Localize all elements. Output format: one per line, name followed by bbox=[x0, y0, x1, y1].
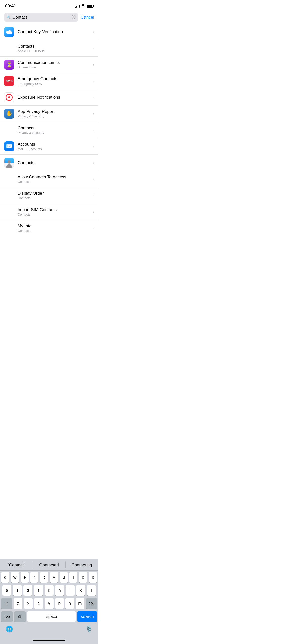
result-title: Contacts bbox=[18, 44, 89, 49]
chevron-right-icon: › bbox=[93, 226, 94, 230]
result-item-contact-key-verification[interactable]: Contact Key Verification › bbox=[0, 24, 98, 40]
clear-button[interactable]: ⓧ bbox=[72, 15, 76, 20]
status-bar: 09:41 bbox=[0, 0, 98, 11]
result-title: Communication Limits bbox=[18, 60, 89, 65]
result-title: My Info bbox=[18, 224, 89, 229]
contacts-app-icon bbox=[4, 158, 14, 168]
result-subtitle: Mail → Accounts bbox=[18, 147, 89, 151]
result-title: Emergency Contacts bbox=[18, 76, 89, 82]
result-subtitle: Privacy & Security bbox=[18, 131, 89, 135]
result-text: Display Order Contacts bbox=[18, 191, 89, 200]
chevron-right-icon: › bbox=[93, 46, 94, 50]
result-title: Allow Contacts To Access bbox=[18, 175, 89, 180]
result-title: Contact Key Verification bbox=[18, 29, 89, 34]
no-icon bbox=[4, 125, 14, 135]
result-title: App Privacy Report bbox=[18, 109, 89, 114]
result-title: Accounts bbox=[18, 142, 89, 147]
result-item-display-order[interactable]: Display Order Contacts › bbox=[0, 187, 98, 204]
result-text: App Privacy Report Privacy & Security bbox=[18, 109, 89, 118]
chevron-right-icon: › bbox=[93, 193, 94, 197]
result-item-accounts-mail[interactable]: ✉️ Accounts Mail → Accounts › bbox=[0, 138, 98, 155]
result-subtitle: Emergency SOS bbox=[18, 82, 89, 86]
result-title: Display Order bbox=[18, 191, 89, 196]
result-item-exposure-notifications[interactable]: Exposure Notifications › bbox=[0, 89, 98, 106]
result-title: Exposure Notifications bbox=[18, 95, 89, 100]
status-time: 09:41 bbox=[5, 4, 16, 9]
result-title: Contacts bbox=[18, 160, 89, 165]
icloud-icon bbox=[4, 27, 14, 37]
privacy-icon: ✋ bbox=[4, 109, 14, 119]
result-subtitle: Screen Time bbox=[18, 65, 89, 69]
chevron-right-icon: › bbox=[93, 79, 94, 83]
result-item-app-privacy-report[interactable]: ✋ App Privacy Report Privacy & Security … bbox=[0, 106, 98, 122]
status-icons bbox=[75, 4, 93, 8]
result-subtitle: Contacts bbox=[18, 196, 89, 200]
no-icon bbox=[4, 223, 14, 233]
search-bar[interactable]: 🔍 ⓧ bbox=[4, 13, 78, 22]
result-text: Allow Contacts To Access Contacts bbox=[18, 175, 89, 184]
chevron-right-icon: › bbox=[93, 30, 94, 34]
result-item-import-sim-contacts[interactable]: Import SIM Contacts Contacts › bbox=[0, 204, 98, 220]
result-text: Contacts bbox=[18, 160, 89, 165]
result-title: Contacts bbox=[18, 126, 89, 131]
search-icon: 🔍 bbox=[7, 15, 11, 19]
search-bar-container: 🔍 ⓧ Cancel bbox=[0, 11, 98, 24]
result-text: Contacts Apple ID → iCloud bbox=[18, 44, 89, 53]
result-text: Emergency Contacts Emergency SOS bbox=[18, 76, 89, 86]
result-text: Accounts Mail → Accounts bbox=[18, 142, 89, 151]
result-text: Contact Key Verification bbox=[18, 29, 89, 34]
no-icon bbox=[4, 43, 14, 53]
result-item-contacts-icloud[interactable]: Contacts Apple ID → iCloud › bbox=[0, 40, 98, 57]
result-item-contacts-privacy[interactable]: Contacts Privacy & Security › bbox=[0, 122, 98, 138]
result-text: Contacts Privacy & Security bbox=[18, 126, 89, 135]
chevron-right-icon: › bbox=[93, 210, 94, 214]
mail-icon: ✉️ bbox=[4, 141, 14, 151]
wifi-icon bbox=[81, 4, 85, 8]
sos-icon: SOS bbox=[4, 76, 14, 86]
chevron-right-icon: › bbox=[93, 63, 94, 67]
result-text: Exposure Notifications bbox=[18, 95, 89, 100]
result-item-my-info[interactable]: My Info Contacts › bbox=[0, 220, 98, 236]
results-list: Contact Key Verification › Contacts Appl… bbox=[0, 24, 98, 236]
screen-time-icon: ⏳ bbox=[4, 60, 14, 70]
battery-icon bbox=[87, 5, 93, 8]
no-icon bbox=[4, 174, 14, 184]
result-text: Communication Limits Screen Time bbox=[18, 60, 89, 69]
no-icon bbox=[4, 190, 14, 200]
chevron-right-icon: › bbox=[93, 128, 94, 132]
exposure-icon bbox=[4, 92, 14, 102]
result-title: Import SIM Contacts bbox=[18, 207, 89, 212]
signal-icon bbox=[75, 5, 80, 8]
result-text: Import SIM Contacts Contacts bbox=[18, 207, 89, 216]
no-icon bbox=[4, 207, 14, 217]
result-item-contacts-app[interactable]: Contacts › bbox=[0, 155, 98, 171]
chevron-right-icon: › bbox=[93, 144, 94, 148]
result-subtitle: Apple ID → iCloud bbox=[18, 49, 89, 53]
chevron-right-icon: › bbox=[93, 177, 94, 181]
result-item-emergency-contacts[interactable]: SOS Emergency Contacts Emergency SOS › bbox=[0, 73, 98, 89]
result-subtitle: Contacts bbox=[18, 229, 89, 233]
result-subtitle: Contacts bbox=[18, 213, 89, 216]
result-item-allow-contacts-to-access[interactable]: Allow Contacts To Access Contacts › bbox=[0, 171, 98, 187]
result-text: My Info Contacts bbox=[18, 224, 89, 233]
result-item-communication-limits[interactable]: ⏳ Communication Limits Screen Time › bbox=[0, 57, 98, 73]
chevron-right-icon: › bbox=[93, 112, 94, 116]
search-input[interactable] bbox=[12, 15, 70, 20]
chevron-right-icon: › bbox=[93, 95, 94, 99]
result-subtitle: Contacts bbox=[18, 180, 89, 184]
chevron-right-icon: › bbox=[93, 161, 94, 165]
cancel-button[interactable]: Cancel bbox=[81, 15, 94, 20]
result-subtitle: Privacy & Security bbox=[18, 114, 89, 118]
